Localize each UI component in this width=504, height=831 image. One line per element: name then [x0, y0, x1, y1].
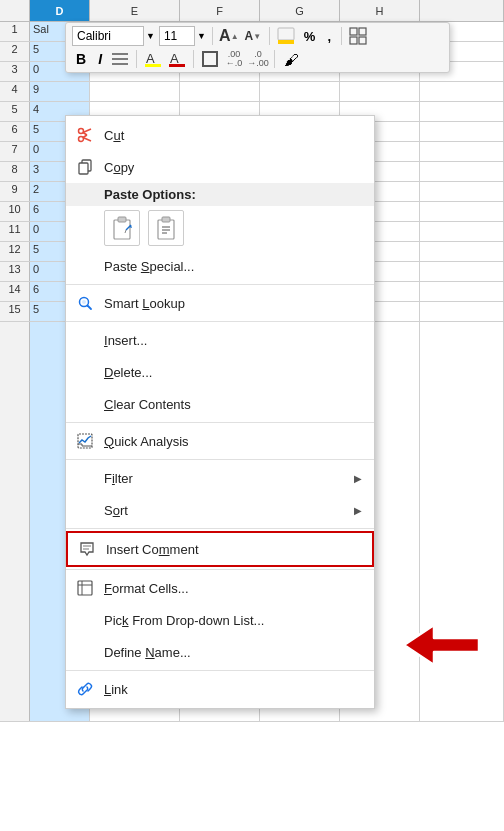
- grid-cell[interactable]: [420, 162, 504, 181]
- grid-cell[interactable]: [420, 222, 504, 241]
- menu-separator: [66, 670, 374, 671]
- grid-cell[interactable]: [420, 262, 504, 281]
- menu-separator: [66, 459, 374, 460]
- grid-cell[interactable]: [420, 142, 504, 161]
- menu-item-insert[interactable]: Insert...: [66, 324, 374, 356]
- row-num: 13: [0, 262, 30, 281]
- row-num: 15: [0, 302, 30, 321]
- increase-font-icon[interactable]: A▲: [219, 26, 239, 46]
- menu-item-sort-label: Sort: [104, 503, 346, 518]
- decrease-font-icon[interactable]: A▼: [243, 26, 263, 46]
- menu-item-clear-contents[interactable]: Clear Contents: [66, 388, 374, 420]
- svg-point-35: [82, 300, 86, 304]
- toolbar-divider: [274, 50, 275, 68]
- red-arrow: [404, 620, 484, 673]
- grid-cell[interactable]: [180, 82, 260, 101]
- menu-item-copy[interactable]: Copy: [66, 151, 374, 183]
- paste-special-icon: [74, 255, 96, 277]
- col-header-rest[interactable]: [420, 0, 504, 21]
- svg-rect-23: [114, 220, 130, 239]
- col-header-h[interactable]: H: [340, 0, 420, 21]
- menu-item-sort[interactable]: Sort ▶: [66, 494, 374, 526]
- svg-text:A: A: [170, 51, 179, 66]
- menu-item-pick-dropdown-label: Pick From Drop-down List...: [104, 613, 362, 628]
- menu-separator: [66, 321, 374, 322]
- menu-item-insert-comment[interactable]: Insert Comment: [66, 531, 374, 567]
- menu-item-format-cells[interactable]: Format Cells...: [66, 572, 374, 604]
- svg-text:A: A: [146, 51, 155, 66]
- mini-toolbar: Calibri ▼ 11 ▼ A▲ A▼ % ,: [65, 22, 450, 73]
- svg-rect-13: [203, 52, 217, 66]
- format-painter-icon[interactable]: 🖌: [281, 49, 301, 69]
- grid-cell[interactable]: 9: [30, 82, 90, 101]
- grid-cell[interactable]: [420, 282, 504, 301]
- grid-cell[interactable]: [420, 82, 504, 101]
- cell-color-icon[interactable]: [276, 26, 296, 46]
- grid-cell[interactable]: [420, 302, 504, 321]
- bold-button[interactable]: B: [72, 49, 90, 69]
- menu-item-smart-lookup-label: Smart Lookup: [104, 296, 362, 311]
- border-icon[interactable]: [200, 49, 220, 69]
- menu-item-cut[interactable]: Cut: [66, 119, 374, 151]
- row-num: 5: [0, 102, 30, 121]
- paste-icon-1[interactable]: [104, 210, 140, 246]
- sort-submenu-arrow: ▶: [354, 505, 362, 516]
- menu-item-link[interactable]: Link: [66, 673, 374, 705]
- row-num: 7: [0, 142, 30, 161]
- svg-marker-45: [404, 625, 479, 665]
- grid-cell[interactable]: [420, 102, 504, 121]
- toolbar-divider: [212, 27, 213, 45]
- menu-item-filter-label: Filter: [104, 471, 346, 486]
- grid-cell[interactable]: [90, 82, 180, 101]
- col-header-d[interactable]: D: [30, 0, 90, 21]
- row-num: 6: [0, 122, 30, 141]
- menu-item-define-name-label: Define Name...: [104, 645, 362, 660]
- grid-cell[interactable]: [420, 202, 504, 221]
- svg-rect-14: [203, 52, 217, 66]
- menu-item-filter[interactable]: Filter ▶: [66, 462, 374, 494]
- grid-cell[interactable]: [420, 182, 504, 201]
- delete-icon: [74, 361, 96, 383]
- toolbar-divider: [193, 50, 194, 68]
- percent-button[interactable]: %: [300, 26, 320, 46]
- decrease-decimal-icon[interactable]: .00←.0: [224, 49, 244, 69]
- grid-cell[interactable]: [420, 122, 504, 141]
- italic-button[interactable]: I: [94, 49, 106, 69]
- context-menu: Cut Copy Paste Options:: [65, 115, 375, 709]
- align-icon[interactable]: [110, 49, 130, 69]
- comma-button[interactable]: ,: [323, 26, 335, 46]
- grid-cell[interactable]: [260, 82, 340, 101]
- pick-dropdown-icon: [74, 609, 96, 631]
- font-name-input[interactable]: Calibri: [72, 26, 144, 46]
- highlight-color-icon[interactable]: A: [143, 49, 163, 69]
- column-headers: D E F G H: [0, 0, 504, 22]
- copy-icon: [74, 156, 96, 178]
- toolbar-divider: [136, 50, 137, 68]
- menu-item-link-label: Link: [104, 682, 362, 697]
- grid-row: 4 9: [0, 82, 504, 102]
- grid-cell[interactable]: [340, 82, 420, 101]
- svg-rect-1: [278, 40, 294, 44]
- svg-rect-3: [359, 28, 366, 35]
- svg-rect-42: [78, 581, 92, 595]
- font-size-input[interactable]: 11: [159, 26, 195, 46]
- grid-icon[interactable]: [348, 26, 368, 46]
- font-size-dropdown-arrow[interactable]: ▼: [197, 31, 206, 41]
- grid-cell[interactable]: [420, 242, 504, 261]
- menu-item-quick-analysis[interactable]: Quick Analysis: [66, 425, 374, 457]
- col-header-g[interactable]: G: [260, 0, 340, 21]
- col-header-e[interactable]: E: [90, 0, 180, 21]
- menu-item-delete[interactable]: Delete...: [66, 356, 374, 388]
- increase-decimal-icon[interactable]: .0→.00: [248, 49, 268, 69]
- menu-item-smart-lookup[interactable]: Smart Lookup: [66, 287, 374, 319]
- menu-item-paste-special[interactable]: Paste Special...: [66, 250, 374, 282]
- menu-item-pick-dropdown[interactable]: Pick From Drop-down List...: [66, 604, 374, 636]
- row-num: [0, 322, 30, 721]
- svg-point-15: [79, 129, 84, 134]
- font-color-icon[interactable]: A: [167, 49, 187, 69]
- paste-icon-2[interactable]: [148, 210, 184, 246]
- font-name-dropdown-arrow[interactable]: ▼: [146, 31, 155, 41]
- menu-item-define-name[interactable]: Define Name...: [66, 636, 374, 668]
- col-header-f[interactable]: F: [180, 0, 260, 21]
- filter-icon: [74, 467, 96, 489]
